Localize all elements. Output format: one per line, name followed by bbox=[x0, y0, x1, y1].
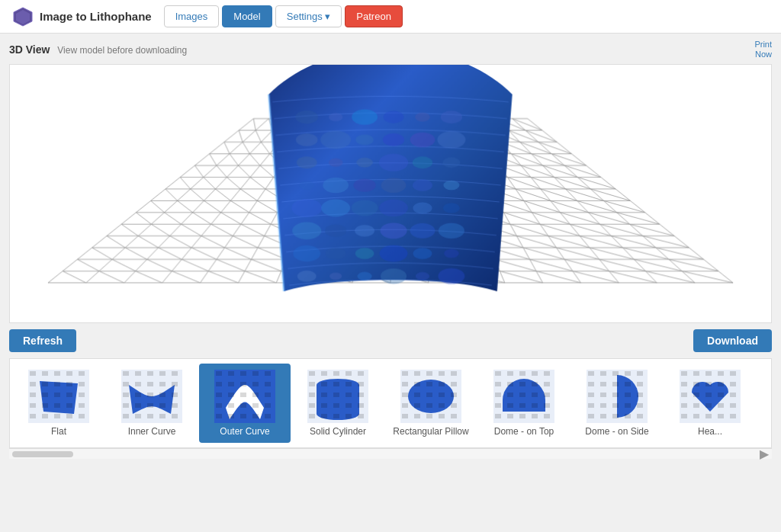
3d-canvas bbox=[10, 65, 771, 322]
shape-thumb-dome-on-side bbox=[587, 370, 648, 423]
shape-item-outer-curve[interactable]: Outer Curve bbox=[199, 364, 291, 443]
scroll-thumb[interactable] bbox=[12, 451, 73, 457]
nav-settings[interactable]: Settings bbox=[275, 5, 342, 27]
header: Image to Lithophane Images Model Setting… bbox=[0, 0, 781, 34]
shape-label-outer-curve: Outer Curve bbox=[220, 426, 269, 437]
download-button[interactable]: Download bbox=[693, 329, 772, 352]
view-title-area: 3D View View model before downloading bbox=[9, 43, 187, 56]
nav-model[interactable]: Model bbox=[222, 5, 272, 27]
shape-thumb-solid-cylinder bbox=[307, 370, 368, 423]
print-now-button[interactable]: PrintNow bbox=[754, 40, 772, 59]
logo-icon bbox=[12, 6, 34, 27]
nav: Images Model Settings Patreon bbox=[164, 5, 403, 27]
nav-images[interactable]: Images bbox=[164, 5, 220, 27]
shape-label-dome-on-side: Dome - on Side bbox=[585, 426, 648, 437]
main: 3D View View model before downloading Pr… bbox=[0, 34, 781, 465]
shape-label-rectangular-pillow: Rectangular Pillow bbox=[393, 426, 468, 437]
logo-area: Image to Lithophane bbox=[12, 6, 152, 27]
shape-thumb-inner-curve bbox=[121, 370, 182, 423]
shape-thumb-outer-curve bbox=[214, 370, 275, 423]
view-title: 3D View bbox=[9, 43, 50, 56]
shapes-scroll[interactable]: FlatInner CurveOuter CurveSolid Cylinder… bbox=[13, 364, 756, 443]
app-title: Image to Lithophane bbox=[40, 10, 152, 23]
nav-patreon[interactable]: Patreon bbox=[345, 5, 403, 27]
shape-thumb-heart bbox=[680, 370, 741, 423]
shape-item-flat[interactable]: Flat bbox=[13, 364, 104, 443]
shape-item-solid-cylinder[interactable]: Solid Cylinder bbox=[292, 364, 384, 443]
shape-item-inner-curve[interactable]: Inner Curve bbox=[106, 364, 198, 443]
shape-thumb-rectangular-pillow bbox=[400, 370, 461, 423]
shape-label-dome-on-top: Dome - on Top bbox=[494, 426, 554, 437]
shape-label-heart: Hea... bbox=[698, 426, 722, 437]
scroll-bar[interactable]: ▶ bbox=[9, 448, 772, 459]
view-subtitle: View model before downloading bbox=[57, 45, 187, 56]
shape-item-heart[interactable]: Hea... bbox=[664, 364, 756, 443]
scroll-right-arrow[interactable]: ▶ bbox=[760, 447, 769, 461]
shape-label-solid-cylinder: Solid Cylinder bbox=[310, 426, 366, 437]
view-header: 3D View View model before downloading Pr… bbox=[9, 40, 772, 59]
3d-viewport[interactable] bbox=[9, 64, 772, 323]
toolbar: Refresh Download bbox=[9, 329, 772, 352]
shape-thumb-dome-on-top bbox=[493, 370, 554, 423]
shape-thumb-flat bbox=[28, 370, 89, 423]
shape-selector: FlatInner CurveOuter CurveSolid Cylinder… bbox=[9, 358, 772, 448]
shape-label-flat: Flat bbox=[51, 426, 66, 437]
shape-item-dome-on-top[interactable]: Dome - on Top bbox=[478, 364, 570, 443]
shape-label-inner-curve: Inner Curve bbox=[128, 426, 176, 437]
refresh-button[interactable]: Refresh bbox=[9, 329, 76, 352]
shape-item-rectangular-pillow[interactable]: Rectangular Pillow bbox=[385, 364, 477, 443]
shape-item-dome-on-side[interactable]: Dome - on Side bbox=[571, 364, 663, 443]
